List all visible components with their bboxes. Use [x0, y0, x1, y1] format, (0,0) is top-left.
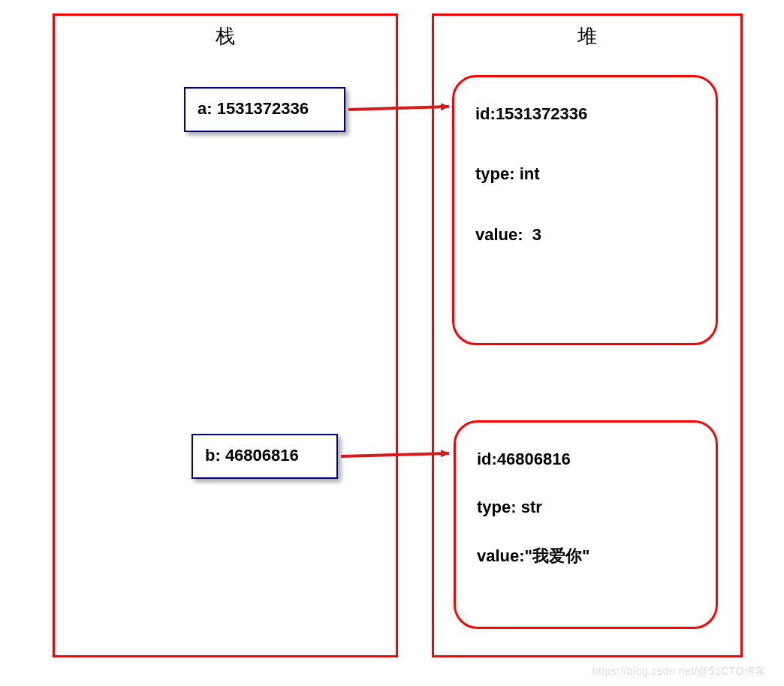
heap1-value: value: 3	[475, 225, 698, 245]
heap-title: 堆	[434, 23, 740, 50]
stack-entry-b: b: 46806816	[191, 434, 338, 479]
stack-title: 栈	[55, 23, 396, 50]
stack-entry-a: a: 1531372336	[184, 87, 345, 132]
heap1-id: id:1531372336	[475, 104, 698, 124]
heap-object-2: id:46806816 type: str value:"我爱你"	[454, 420, 718, 629]
heap-object-1: id:1531372336 type: int value: 3	[452, 75, 718, 345]
heap2-value: value:"我爱你"	[477, 546, 698, 566]
stack-a-label: a: 1531372336	[198, 99, 309, 118]
stack-b-label: b: 46806816	[205, 446, 299, 465]
watermark-text: https://blog.csdn.net/@51CTO博客	[593, 665, 766, 678]
heap2-type: type: str	[477, 498, 698, 517]
heap2-id: id:46806816	[477, 450, 698, 469]
heap1-type: type: int	[475, 164, 698, 184]
